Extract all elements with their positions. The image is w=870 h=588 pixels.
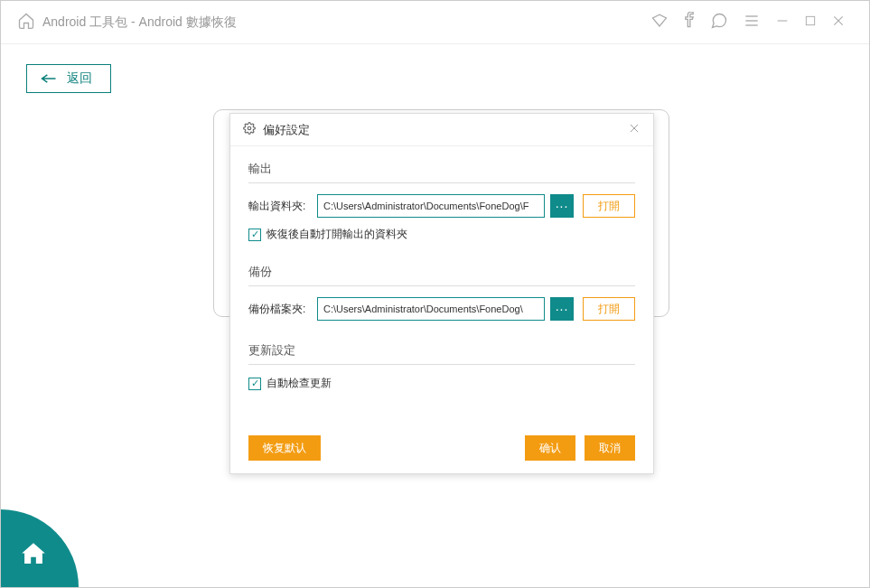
backup-open-button[interactable]: 打開: [583, 297, 635, 321]
output-section-label: 輸出: [248, 161, 635, 183]
home-fab[interactable]: [1, 509, 79, 587]
svg-point-7: [248, 126, 251, 130]
gear-icon: [243, 122, 256, 138]
app-title: Android 工具包 - Android 數據恢復: [42, 14, 237, 31]
dialog-close-icon[interactable]: [628, 122, 641, 138]
auto-open-checkbox[interactable]: [248, 229, 261, 241]
auto-check-update-label: 自動檢查更新: [267, 376, 332, 391]
backup-folder-label: 備份檔案夾:: [248, 302, 312, 317]
titlebar: Android 工具包 - Android 數據恢復: [1, 1, 869, 44]
maximize-icon[interactable]: [804, 14, 817, 31]
backup-folder-input[interactable]: [317, 297, 545, 321]
backup-section-label: 備份: [248, 264, 635, 286]
facebook-icon[interactable]: [683, 12, 696, 33]
preferences-dialog: 偏好設定 輸出 輸出資料夾: ··· 打開 恢復後自動打開輸出的資料夾 備份 備…: [229, 113, 654, 474]
auto-check-update-checkbox[interactable]: [248, 378, 261, 390]
update-section-label: 更新設定: [248, 342, 635, 365]
menu-icon[interactable]: [743, 12, 761, 33]
ok-button[interactable]: 确认: [525, 435, 575, 461]
cancel-button[interactable]: 取消: [585, 435, 635, 461]
dialog-title: 偏好設定: [263, 122, 310, 138]
output-folder-label: 輸出資料夾:: [248, 199, 312, 214]
output-browse-button[interactable]: ···: [550, 194, 574, 218]
wifi-icon[interactable]: [650, 13, 669, 33]
back-button[interactable]: 返回: [26, 64, 111, 93]
svg-rect-4: [806, 16, 814, 24]
backup-browse-button[interactable]: ···: [550, 297, 574, 321]
close-icon[interactable]: [831, 14, 846, 32]
output-open-button[interactable]: 打開: [583, 194, 635, 218]
chat-icon[interactable]: [710, 12, 728, 33]
restore-default-button[interactable]: 恢复默认: [248, 435, 321, 461]
output-folder-input[interactable]: [317, 194, 545, 218]
dialog-header: 偏好設定: [230, 114, 653, 146]
auto-open-label: 恢復後自動打開輸出的資料夾: [267, 227, 407, 242]
home-icon[interactable]: [17, 12, 35, 33]
minimize-icon[interactable]: [775, 14, 790, 32]
back-label: 返回: [67, 70, 92, 87]
